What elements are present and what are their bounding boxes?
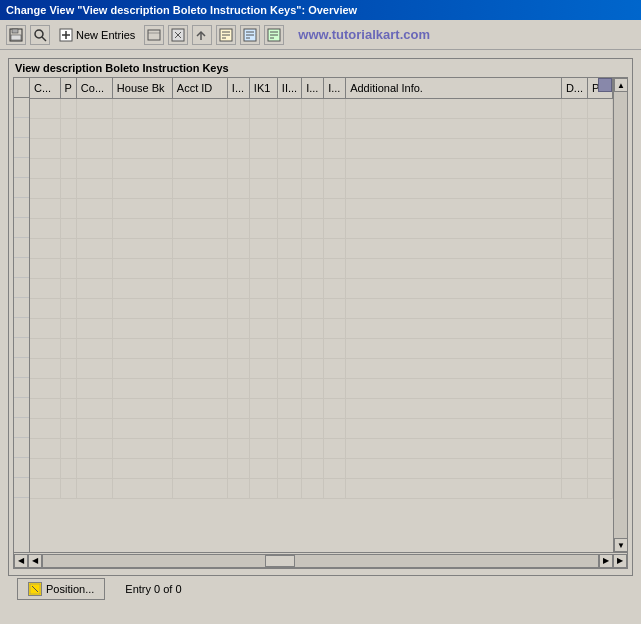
- table-cell: [76, 118, 112, 138]
- table-row[interactable]: [30, 398, 613, 418]
- table-cell: [561, 438, 587, 458]
- table-row[interactable]: [30, 258, 613, 278]
- table-row[interactable]: [30, 298, 613, 318]
- table-row[interactable]: [30, 178, 613, 198]
- table-cell: [172, 298, 227, 318]
- row-selector[interactable]: [14, 258, 29, 278]
- table-cell: [561, 298, 587, 318]
- col-c[interactable]: C...: [30, 78, 60, 98]
- row-selector[interactable]: [14, 338, 29, 358]
- row-selector[interactable]: [14, 458, 29, 478]
- row-selector[interactable]: [14, 178, 29, 198]
- row-selector[interactable]: [14, 318, 29, 338]
- toolbar-btn-8[interactable]: [264, 25, 284, 45]
- table-cell: [172, 478, 227, 498]
- scroll-right-button-2[interactable]: ▶: [613, 554, 627, 568]
- row-selector[interactable]: [14, 98, 29, 118]
- toolbar-btn-5[interactable]: [192, 25, 212, 45]
- col-d[interactable]: D...: [561, 78, 587, 98]
- table-cell: [112, 278, 172, 298]
- table-row[interactable]: [30, 358, 613, 378]
- col-addinfo[interactable]: Additional Info.: [346, 78, 562, 98]
- table-row[interactable]: [30, 98, 613, 118]
- table-cell: [346, 398, 562, 418]
- scroll-left-button-2[interactable]: ◀: [28, 554, 42, 568]
- table-cell: [588, 298, 613, 318]
- table-row[interactable]: [30, 378, 613, 398]
- table-cell: [172, 138, 227, 158]
- scroll-track[interactable]: [614, 92, 627, 538]
- position-button[interactable]: Position...: [17, 578, 105, 600]
- row-selector[interactable]: [14, 438, 29, 458]
- table-cell: [588, 418, 613, 438]
- table-row[interactable]: [30, 418, 613, 438]
- table-cell: [76, 418, 112, 438]
- scroll-left-button[interactable]: ◀: [14, 554, 28, 568]
- settings-icon[interactable]: [598, 78, 612, 92]
- row-selector[interactable]: [14, 238, 29, 258]
- toolbar-btn-7[interactable]: [240, 25, 260, 45]
- table-row[interactable]: [30, 218, 613, 238]
- col-housebk[interactable]: House Bk: [112, 78, 172, 98]
- table-row[interactable]: [30, 158, 613, 178]
- table-cell: [60, 138, 76, 158]
- row-selector[interactable]: [14, 198, 29, 218]
- toolbar-btn-1[interactable]: [6, 25, 26, 45]
- scroll-down-button[interactable]: ▼: [614, 538, 627, 552]
- col-co[interactable]: Co...: [76, 78, 112, 98]
- table-cell: [346, 238, 562, 258]
- col-p[interactable]: P: [60, 78, 76, 98]
- row-selector[interactable]: [14, 118, 29, 138]
- col-ik1[interactable]: IK1: [249, 78, 277, 98]
- table-row[interactable]: [30, 318, 613, 338]
- table-cell: [302, 158, 324, 178]
- col-i2[interactable]: II...: [277, 78, 301, 98]
- row-selector[interactable]: [14, 398, 29, 418]
- row-selector[interactable]: [14, 278, 29, 298]
- table-cell: [588, 398, 613, 418]
- table-row[interactable]: [30, 138, 613, 158]
- table-cell: [172, 98, 227, 118]
- table-row[interactable]: [30, 118, 613, 138]
- horizontal-scrollbar[interactable]: ◀ ◀ ▶ ▶: [14, 552, 627, 568]
- table-cell: [588, 278, 613, 298]
- table-cell: [30, 458, 60, 478]
- row-selector[interactable]: [14, 478, 29, 498]
- col-i4[interactable]: I...: [324, 78, 346, 98]
- col-i3[interactable]: I...: [302, 78, 324, 98]
- new-entries-button[interactable]: New Entries: [54, 25, 140, 45]
- row-selector[interactable]: [14, 218, 29, 238]
- row-selector[interactable]: [14, 358, 29, 378]
- hscroll-track[interactable]: [42, 554, 599, 568]
- table-cell: [172, 318, 227, 338]
- table-cell: [112, 338, 172, 358]
- vertical-scrollbar[interactable]: ▲ ▼: [613, 78, 627, 552]
- table-row[interactable]: [30, 238, 613, 258]
- table-cell: [30, 238, 60, 258]
- col-acctid[interactable]: Acct ID: [172, 78, 227, 98]
- col-p2[interactable]: P...: [588, 78, 613, 98]
- table-cell: [346, 378, 562, 398]
- row-selector[interactable]: [14, 158, 29, 178]
- table-row[interactable]: [30, 278, 613, 298]
- toolbar-btn-3[interactable]: [144, 25, 164, 45]
- toolbar-btn-2[interactable]: [30, 25, 50, 45]
- table-cell: [277, 398, 301, 418]
- row-selector[interactable]: [14, 418, 29, 438]
- row-selector[interactable]: [14, 378, 29, 398]
- hscroll-thumb[interactable]: [265, 555, 295, 567]
- row-selector[interactable]: [14, 138, 29, 158]
- scroll-up-button[interactable]: ▲: [614, 78, 627, 92]
- table-row[interactable]: [30, 198, 613, 218]
- row-selector[interactable]: [14, 298, 29, 318]
- table-row[interactable]: [30, 338, 613, 358]
- entry-count: Entry 0 of 0: [125, 583, 181, 595]
- table-cell: [60, 278, 76, 298]
- col-i1[interactable]: I...: [227, 78, 249, 98]
- toolbar-btn-6[interactable]: [216, 25, 236, 45]
- scroll-right-button[interactable]: ▶: [599, 554, 613, 568]
- table-row[interactable]: [30, 438, 613, 458]
- table-row[interactable]: [30, 478, 613, 498]
- table-row[interactable]: [30, 458, 613, 478]
- toolbar-btn-4[interactable]: [168, 25, 188, 45]
